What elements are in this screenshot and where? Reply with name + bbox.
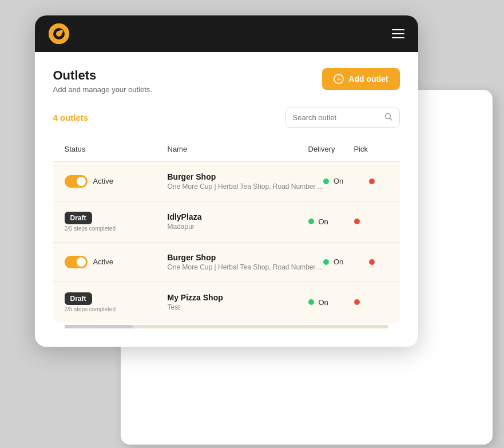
- pickup-status-dot: [369, 179, 375, 184]
- draft-badge-wrapper: Draft 2/5 steps completed: [65, 292, 116, 312]
- status-label: Active: [93, 257, 113, 266]
- scroll-bar[interactable]: [65, 325, 388, 328]
- pickup-cell: [369, 259, 400, 265]
- header-status: Status: [65, 145, 168, 153]
- name-cell: IdlyPlaza Madapur: [168, 212, 308, 231]
- outlet-address: Madapur: [168, 223, 308, 231]
- delivery-status-label: On: [319, 298, 328, 307]
- header-pickup: Pick: [354, 145, 388, 153]
- pickup-status-dot: [369, 259, 375, 265]
- outlet-address: One More Cup | Herbal Tea Shop, Road Num…: [168, 183, 323, 191]
- delivery-cell: On: [308, 217, 354, 226]
- active-toggle[interactable]: [65, 256, 88, 268]
- scroll-thumb[interactable]: [65, 325, 133, 328]
- status-cell: Draft 2/5 steps completed: [65, 292, 168, 312]
- outlets-table: Status Name Delivery Pick Active Burger …: [53, 137, 400, 323]
- delivery-cell: On: [323, 177, 369, 185]
- outlet-address: Test: [168, 303, 308, 311]
- name-cell: My Pizza Shop Test: [168, 293, 308, 311]
- status-cell: Draft 2/5 steps completed: [65, 212, 168, 232]
- draft-steps: 2/5 steps completed: [65, 225, 116, 232]
- nav-bar: [35, 15, 418, 52]
- pickup-cell: [354, 299, 388, 305]
- page-subtitle: Add and manage your outlets.: [53, 85, 152, 94]
- table-row[interactable]: Active Burger Shop One More Cup | Herbal…: [53, 161, 400, 201]
- draft-badge: Draft: [65, 212, 92, 224]
- outlets-count: 4 outlets: [53, 113, 89, 122]
- delivery-status-dot: [308, 219, 314, 224]
- delivery-cell: On: [308, 298, 354, 307]
- delivery-status-label: On: [319, 217, 328, 226]
- pickup-cell: [354, 219, 388, 224]
- search-input[interactable]: [293, 113, 380, 122]
- table-header: Status Name Delivery Pick: [53, 137, 400, 161]
- page-title: Outlets: [53, 68, 152, 83]
- add-outlet-label: Add outlet: [348, 74, 388, 84]
- pickup-cell: [369, 179, 400, 184]
- name-cell: Burger Shop One More Cup | Herbal Tea Sh…: [168, 253, 323, 271]
- outlet-address: One More Cup | Herbal Tea Shop, Road Num…: [168, 263, 323, 271]
- table-row[interactable]: Draft 2/5 steps completed My Pizza Shop …: [53, 282, 400, 323]
- status-label: Active: [93, 177, 113, 185]
- search-icon: [384, 113, 392, 122]
- pickup-status-dot: [354, 299, 360, 305]
- header-name: Name: [168, 145, 308, 153]
- status-cell: Active: [65, 175, 168, 188]
- active-toggle[interactable]: [65, 175, 88, 188]
- name-cell: Burger Shop One More Cup | Herbal Tea Sh…: [168, 172, 323, 191]
- draft-steps: 2/5 steps completed: [65, 306, 116, 312]
- outlet-name: Burger Shop: [168, 253, 323, 262]
- search-box[interactable]: [285, 108, 400, 128]
- menu-icon[interactable]: [392, 29, 404, 38]
- delivery-cell: On: [323, 257, 369, 266]
- status-cell: Active: [65, 256, 168, 268]
- draft-badge-wrapper: Draft 2/5 steps completed: [65, 212, 116, 232]
- pickup-status-dot: [354, 219, 360, 224]
- plus-circle-icon: +: [334, 74, 344, 84]
- draft-badge: Draft: [65, 292, 92, 305]
- delivery-status-dot: [308, 299, 314, 305]
- delivery-status-dot: [323, 259, 329, 265]
- delivery-status-label: On: [334, 257, 343, 266]
- add-outlet-button[interactable]: + Add outlet: [322, 68, 399, 90]
- delivery-status-dot: [323, 179, 329, 184]
- svg-line-5: [390, 118, 392, 120]
- outlet-name: Burger Shop: [168, 172, 323, 181]
- header-delivery: Delivery: [308, 145, 354, 153]
- table-row[interactable]: Active Burger Shop One More Cup | Herbal…: [53, 242, 400, 282]
- table-row[interactable]: Draft 2/5 steps completed IdlyPlaza Mada…: [53, 201, 400, 242]
- delivery-status-label: On: [334, 177, 343, 185]
- svg-point-3: [59, 30, 63, 33]
- page-title-block: Outlets Add and manage your outlets.: [53, 68, 152, 94]
- outlet-name: My Pizza Shop: [168, 293, 308, 302]
- page-header: Outlets Add and manage your outlets. + A…: [53, 68, 400, 94]
- toolbar: 4 outlets: [53, 108, 400, 128]
- outlet-name: IdlyPlaza: [168, 212, 308, 221]
- app-logo: [49, 23, 69, 44]
